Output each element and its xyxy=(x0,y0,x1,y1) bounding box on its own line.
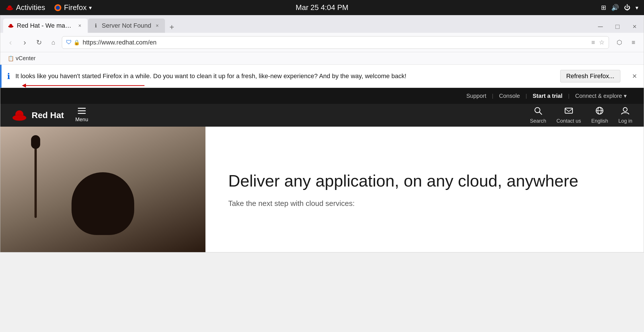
tab-bar-controls: ─ □ × xyxy=(594,20,641,33)
lock-icon: 🔒 xyxy=(74,39,80,46)
os-datetime: Mar 25 4:04 PM xyxy=(296,3,349,12)
rh-login-label: Log in xyxy=(618,118,632,124)
browser-label-group[interactable]: Firefox ▾ xyxy=(54,3,92,12)
rh-search-button[interactable]: Search xyxy=(530,106,546,124)
volume-icon[interactable]: 🔊 xyxy=(611,4,619,11)
hero-image-overlay xyxy=(0,127,205,252)
rh-mainnav: Red Hat Menu Search xyxy=(0,104,644,127)
rh-logo-text: Red Hat xyxy=(32,110,64,120)
rh-contact-label: Contact us xyxy=(557,118,581,124)
shield-icon: 🛡 xyxy=(66,39,72,46)
maximize-button[interactable]: □ xyxy=(611,20,624,33)
rh-support-link[interactable]: Support xyxy=(460,88,492,104)
bookmark-vcenter[interactable]: 📋 vCenter xyxy=(5,54,38,63)
reload-button[interactable]: ↻ xyxy=(33,37,45,48)
firefox-infobar: ℹ It looks like you haven't started Fire… xyxy=(0,65,644,88)
tab-server-not-found-title: Server Not Found xyxy=(102,22,151,29)
back-button[interactable]: ‹ xyxy=(5,37,16,48)
firefox-icon xyxy=(54,4,62,12)
os-topbar-left: Activities Firefox ▾ xyxy=(6,3,92,12)
rh-connect-explore-link[interactable]: Connect & explore ▾ xyxy=(569,88,632,104)
bookmark-vcenter-label[interactable]: vCenter xyxy=(16,55,36,62)
forward-button[interactable]: › xyxy=(19,37,30,48)
os-topbar-right: ⊞ 🔊 ⏻ ▾ xyxy=(601,4,638,11)
rh-hero-subtitle: Take the next step with cloud services: xyxy=(228,199,621,208)
home-button[interactable]: ⌂ xyxy=(48,37,59,48)
svg-marker-9 xyxy=(22,84,26,88)
svg-point-4 xyxy=(56,6,60,10)
nav-bar: ‹ › ↻ ⌂ 🛡 🔒 https://www.redhat.com/en ≡ … xyxy=(0,33,644,52)
rh-search-label: Search xyxy=(530,118,546,124)
contact-icon xyxy=(564,106,573,117)
rh-menu-button[interactable]: Menu xyxy=(71,105,93,125)
rh-nav-right: Search Contact us xyxy=(530,106,632,124)
rh-language-button[interactable]: English xyxy=(591,106,608,124)
rh-console-link[interactable]: Console xyxy=(493,88,525,104)
connect-explore-text: Connect & explore xyxy=(575,93,622,99)
nav-extras: ⬡ ≡ xyxy=(614,37,639,48)
tab-redhat-close[interactable]: × xyxy=(77,23,83,29)
user-icon xyxy=(621,106,629,117)
power-icon[interactable]: ⏻ xyxy=(624,4,630,11)
menu-line-3 xyxy=(78,113,86,114)
rh-hero: Deliver any application, on any cloud, a… xyxy=(0,127,644,252)
network-icon[interactable]: ⊞ xyxy=(601,4,606,11)
activities-label[interactable]: Activities xyxy=(16,3,45,12)
pocket-icon[interactable]: ⬡ xyxy=(614,37,625,48)
refresh-firefox-button[interactable]: Refresh Firefox... xyxy=(560,70,620,82)
minimize-button[interactable]: ─ xyxy=(594,20,607,33)
infobar-close-button[interactable]: × xyxy=(631,70,638,82)
address-bar-right: ≡ ☆ xyxy=(591,39,605,46)
tab-server-not-found-close[interactable]: × xyxy=(154,23,160,29)
svg-rect-2 xyxy=(6,8,13,9)
redhat-favicon xyxy=(8,23,14,29)
arrow-annotation xyxy=(22,81,147,90)
globe-icon xyxy=(595,106,604,117)
menu-line-2 xyxy=(78,110,86,111)
svg-rect-16 xyxy=(565,108,572,113)
rh-contact-button[interactable]: Contact us xyxy=(557,106,581,124)
infobar-message: It looks like you haven't started Firefo… xyxy=(15,72,555,80)
rh-language-label: English xyxy=(591,118,608,124)
address-text[interactable]: https://www.redhat.com/en xyxy=(83,39,588,46)
mic-stand xyxy=(34,144,37,218)
search-icon xyxy=(534,106,542,117)
mic-head xyxy=(31,135,40,149)
rh-menu-label: Menu xyxy=(75,117,88,123)
website-content: Support | Console | Start a trial | Conn… xyxy=(0,88,644,252)
browser-window: Red Hat - We make open × ℹ Server Not Fo… xyxy=(0,15,644,252)
rh-hero-content: Deliver any application, on any cloud, a… xyxy=(205,127,644,252)
rh-login-button[interactable]: Log in xyxy=(618,106,632,124)
system-menu-icon[interactable]: ▾ xyxy=(635,4,638,11)
bookmarks-bar: 📋 vCenter xyxy=(0,52,644,65)
svg-point-20 xyxy=(623,108,627,112)
rh-logo-icon xyxy=(12,108,27,123)
rh-logo[interactable]: Red Hat xyxy=(12,108,64,123)
browser-dropdown-icon[interactable]: ▾ xyxy=(89,4,92,11)
rh-hero-image xyxy=(0,127,205,252)
svg-rect-12 xyxy=(15,114,23,118)
svg-line-15 xyxy=(539,112,542,114)
tab-redhat[interactable]: Red Hat - We make open × xyxy=(3,19,87,33)
reader-mode-icon[interactable]: ≡ xyxy=(591,39,595,46)
tab-redhat-title: Red Hat - We make open xyxy=(17,22,74,29)
activities-icon[interactable]: Activities xyxy=(6,3,45,12)
server-not-found-favicon: ℹ xyxy=(93,23,99,29)
connect-explore-expand-icon: ▾ xyxy=(624,92,627,99)
address-bar[interactable]: 🛡 🔒 https://www.redhat.com/en ≡ ☆ xyxy=(62,36,609,49)
new-tab-button[interactable]: + xyxy=(167,21,177,33)
tab-server-not-found[interactable]: ℹ Server Not Found × xyxy=(88,19,165,33)
menu-line-1 xyxy=(78,108,86,109)
browser-label: Firefox xyxy=(64,3,87,12)
close-button[interactable]: × xyxy=(628,20,641,33)
svg-rect-7 xyxy=(8,26,13,27)
rh-start-trial-link[interactable]: Start a trial xyxy=(527,88,568,104)
os-topbar: Activities Firefox ▾ Mar 25 4:04 PM ⊞ 🔊 … xyxy=(0,0,644,15)
tab-bar: Red Hat - We make open × ℹ Server Not Fo… xyxy=(0,15,644,33)
person-silhouette xyxy=(72,172,134,235)
browser-menu-button[interactable]: ≡ xyxy=(628,37,639,48)
fedora-icon xyxy=(6,4,14,12)
rh-topnav: Support | Console | Start a trial | Conn… xyxy=(0,88,644,104)
rh-hero-title: Deliver any application, on any cloud, a… xyxy=(228,171,621,191)
bookmark-star-icon[interactable]: ☆ xyxy=(599,39,605,46)
